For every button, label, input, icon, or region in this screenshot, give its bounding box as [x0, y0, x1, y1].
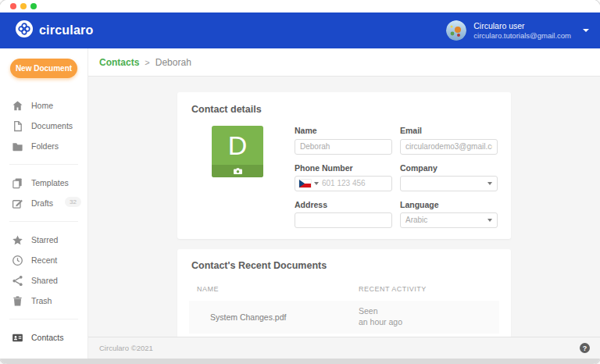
sidebar-divider [9, 221, 78, 222]
email-label: Email [400, 126, 498, 135]
sidebar-item-contacts[interactable]: Contacts [0, 327, 88, 348]
window-titlebar [0, 0, 600, 12]
sidebar-item-label: Starred [31, 235, 58, 244]
company-select[interactable] [400, 176, 498, 191]
trash-icon [12, 295, 23, 307]
sidebar-item-shared[interactable]: Shared [0, 270, 88, 291]
star-icon [12, 234, 23, 246]
breadcrumb-separator: > [145, 58, 149, 67]
home-icon [12, 100, 23, 112]
sidebar-item-label: Drafts [31, 198, 53, 208]
activity-time: an hour ago [359, 317, 402, 327]
column-header-name: NAME [197, 280, 359, 301]
camera-icon [234, 168, 242, 174]
address-label: Address [295, 200, 392, 209]
user-avatar [446, 20, 466, 41]
activity-status: Seen [359, 306, 378, 316]
address-input[interactable] [295, 212, 392, 228]
language-value: Arabic [405, 216, 427, 224]
contacts-icon [12, 332, 23, 344]
czech-flag-icon [299, 180, 311, 187]
address-field: Address [295, 200, 392, 229]
sidebar-item-folders[interactable]: Folders [0, 136, 88, 156]
brand-logo[interactable]: circularo [16, 20, 93, 41]
close-window-button[interactable] [10, 3, 16, 9]
minimize-window-button[interactable] [20, 3, 27, 9]
breadcrumb: Contacts > Deborah [88, 48, 600, 77]
phone-field: Phone Number 601 123 456 [295, 163, 392, 191]
sidebar-divider [9, 164, 78, 165]
user-menu[interactable]: Circularo user circularo.tutorials@gmail… [446, 20, 589, 41]
phone-label: Phone Number [295, 163, 392, 173]
brand-name: circularo [39, 23, 93, 37]
sidebar-item-label: Shared [31, 276, 58, 285]
email-field: Email [400, 126, 498, 155]
company-field: Company [400, 163, 498, 191]
sidebar-item-documents[interactable]: Documents [0, 116, 88, 136]
app-window: circularo Circularo user [0, 0, 600, 364]
recent-documents-title: Contact's Recent Documents [189, 260, 499, 271]
document-activity: Seen an hour ago [359, 306, 499, 327]
language-select[interactable]: Arabic [400, 212, 498, 228]
user-info: Circularo user circularo.tutorials@gmail… [473, 21, 571, 41]
phone-placeholder: 601 123 456 [322, 179, 366, 187]
user-email: circularo.tutorials@gmail.com [473, 31, 571, 41]
company-caret-icon [488, 182, 492, 185]
table-row[interactable]: System Changes.pdf Seen an hour ago [189, 301, 499, 334]
sidebar-item-home[interactable]: Home [0, 95, 88, 116]
sidebar-item-label: Recent [31, 255, 57, 265]
templates-icon [12, 177, 23, 189]
clock-icon [12, 255, 23, 266]
table-header: NAME RECENT ACTIVITY [189, 280, 499, 301]
sidebar-item-label: Templates [31, 178, 69, 187]
window-bottom-edge [0, 359, 600, 364]
sidebar-item-label: Contacts [31, 333, 63, 342]
name-field: Name [295, 126, 392, 155]
name-label: Name [295, 126, 392, 135]
circularo-logo-icon [16, 20, 33, 41]
contact-details-title: Contact details [191, 104, 497, 115]
copyright-text: Circularo ©2021 [99, 344, 153, 352]
contact-avatar-letter: D [212, 126, 263, 165]
sidebar-item-label: Trash [31, 296, 52, 305]
sidebar-divider [9, 319, 78, 319]
sidebar-item-label: Folders [31, 141, 59, 151]
drafts-icon [12, 198, 23, 209]
country-caret-icon [314, 182, 319, 185]
contact-avatar[interactable]: D [212, 126, 263, 177]
share-icon [12, 275, 23, 287]
email-input[interactable] [400, 139, 498, 155]
footer: Circularo ©2021 ? [88, 337, 600, 359]
sidebar: New Document Home Documents Folders [0, 48, 88, 359]
column-header-recent-activity: RECENT ACTIVITY [359, 280, 499, 301]
sidebar-item-starred[interactable]: Starred [0, 230, 88, 250]
language-caret-icon [488, 219, 492, 222]
sidebar-item-trash[interactable]: Trash [0, 291, 88, 311]
sidebar-item-label: Documents [31, 121, 73, 130]
company-label: Company [400, 163, 498, 173]
document-icon [12, 120, 23, 132]
breadcrumb-current: Deborah [155, 57, 191, 68]
change-photo-button[interactable] [212, 165, 263, 177]
breadcrumb-contacts-link[interactable]: Contacts [99, 57, 139, 68]
language-field: Language Arabic [400, 200, 498, 229]
name-input[interactable] [295, 139, 392, 155]
help-button[interactable]: ? [580, 343, 590, 353]
sidebar-item-label: Home [31, 101, 53, 110]
app-header: circularo Circularo user [0, 12, 600, 48]
user-name: Circularo user [473, 21, 571, 31]
document-name: System Changes.pdf [197, 312, 359, 322]
maximize-window-button[interactable] [30, 3, 37, 9]
contact-details-card: Contact details D [177, 92, 511, 239]
folder-icon [12, 141, 23, 152]
user-menu-caret-icon [583, 29, 589, 32]
main-area: Contact details D [88, 77, 600, 337]
language-label: Language [400, 200, 498, 209]
phone-input[interactable]: 601 123 456 [295, 176, 392, 191]
sidebar-item-drafts[interactable]: Drafts 32 [0, 193, 88, 213]
sidebar-item-recent[interactable]: Recent [0, 250, 88, 270]
sidebar-item-templates[interactable]: Templates [0, 173, 88, 193]
recent-documents-card: Contact's Recent Documents NAME RECENT A… [177, 249, 511, 337]
drafts-count-badge: 32 [65, 197, 81, 207]
new-document-button[interactable]: New Document [10, 59, 77, 78]
